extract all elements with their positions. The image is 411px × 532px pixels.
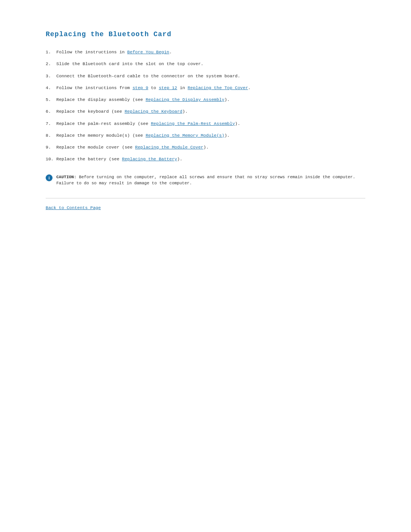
step-1-text: Follow the instructions in Before You Be… bbox=[56, 49, 365, 55]
page-title: Replacing the Bluetooth Card bbox=[46, 30, 365, 38]
replacing-module-cover-link[interactable]: Replacing the Module Cover bbox=[135, 145, 203, 150]
replacing-palm-rest-link[interactable]: Replacing the Palm-Rest Assembly bbox=[151, 121, 235, 126]
replacing-top-cover-link[interactable]: Replacing the Top Cover bbox=[188, 85, 248, 90]
caution-text: CAUTION: Before turning on the computer,… bbox=[56, 174, 365, 187]
back-to-contents-link[interactable]: Back to Contents Page bbox=[46, 205, 101, 210]
step-9-link[interactable]: step 9 bbox=[132, 85, 148, 90]
replacing-memory-module-link[interactable]: Replacing the Memory Module(s) bbox=[146, 133, 225, 138]
step-9-text: Replace the module cover (see Replacing … bbox=[56, 144, 365, 150]
replacing-keyboard-link[interactable]: Replacing the Keyboard bbox=[124, 109, 182, 114]
step-6: Replace the keyboard (see Replacing the … bbox=[46, 108, 365, 115]
step-9: Replace the module cover (see Replacing … bbox=[46, 144, 365, 150]
step-5-text: Replace the display assembly (see Replac… bbox=[56, 96, 365, 103]
page-container: Replacing the Bluetooth Card Follow the … bbox=[0, 0, 411, 233]
step-7: Replace the palm-rest assembly (see Repl… bbox=[46, 120, 365, 127]
replacing-display-assembly-link[interactable]: Replacing the Display Assembly bbox=[146, 97, 225, 102]
back-link-container: Back to Contents Page bbox=[46, 205, 365, 210]
step-10: Replace the battery (see Replacing the B… bbox=[46, 156, 365, 162]
step-4-text: Follow the instructions from step 9 to s… bbox=[56, 85, 365, 91]
step-5: Replace the display assembly (see Replac… bbox=[46, 96, 365, 103]
step-3: Connect the Bluetooth-card cable to the … bbox=[46, 73, 365, 79]
step-8: Replace the memory module(s) (see Replac… bbox=[46, 132, 365, 139]
step-7-text: Replace the palm-rest assembly (see Repl… bbox=[56, 120, 365, 127]
step-4: Follow the instructions from step 9 to s… bbox=[46, 85, 365, 91]
step-1: Follow the instructions in Before You Be… bbox=[46, 49, 365, 55]
caution-box: i CAUTION: Before turning on the compute… bbox=[46, 172, 365, 189]
step-2-text: Slide the Bluetooth card into the slot o… bbox=[56, 61, 365, 67]
step-12-link[interactable]: step 12 bbox=[159, 85, 177, 90]
step-6-text: Replace the keyboard (see Replacing the … bbox=[56, 108, 365, 115]
instructions-list: Follow the instructions in Before You Be… bbox=[46, 49, 365, 163]
caution-label: CAUTION: bbox=[56, 175, 76, 179]
step-8-text: Replace the memory module(s) (see Replac… bbox=[56, 132, 365, 139]
replacing-battery-link[interactable]: Replacing the Battery bbox=[122, 157, 177, 161]
before-you-begin-link[interactable]: Before You Begin bbox=[127, 50, 169, 54]
caution-body: Before turning on the computer, replace … bbox=[56, 175, 355, 186]
step-3-text: Connect the Bluetooth-card cable to the … bbox=[56, 73, 365, 79]
step-10-text: Replace the battery (see Replacing the B… bbox=[56, 156, 365, 162]
divider bbox=[46, 198, 365, 198]
step-2: Slide the Bluetooth card into the slot o… bbox=[46, 61, 365, 67]
caution-icon: i bbox=[46, 174, 53, 181]
